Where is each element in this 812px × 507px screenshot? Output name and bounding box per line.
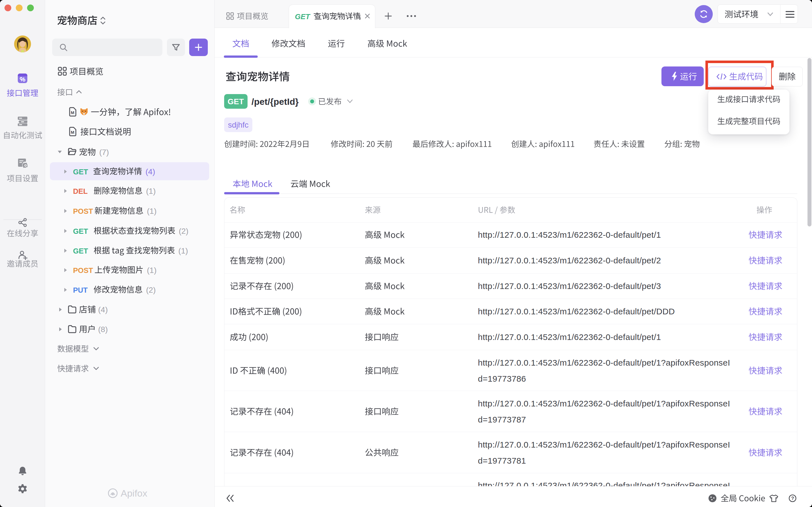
- svg-text:M: M: [71, 110, 74, 115]
- svg-text:?: ?: [791, 496, 794, 501]
- svg-text:M: M: [71, 130, 74, 135]
